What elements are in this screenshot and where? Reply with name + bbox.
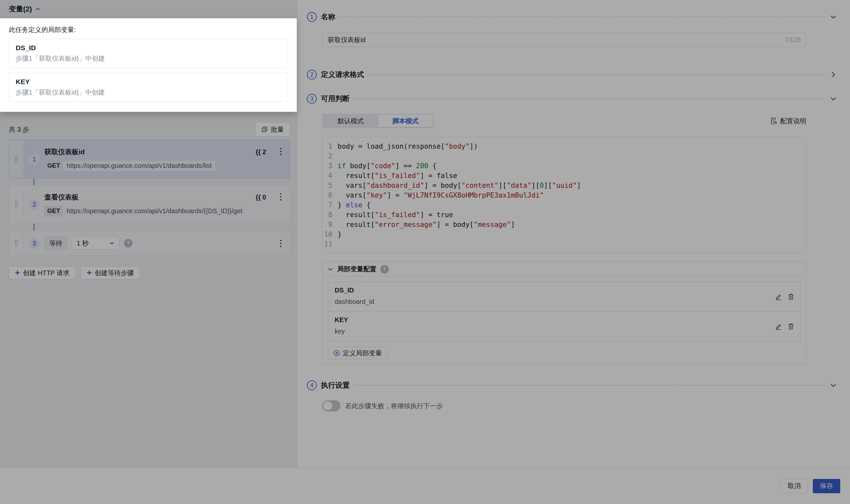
- variable-card-key[interactable]: KEY 步骤1「获取仪表板id}」中创建: [9, 73, 288, 102]
- variable-name: DS_ID: [16, 44, 281, 52]
- step-edit-screen: 变量(2) 此任务定义的局部变量: DS_ID 步骤1「获取仪表板id}」中创建…: [0, 0, 850, 504]
- variables-popup-label: 此任务定义的局部变量:: [9, 25, 288, 34]
- variable-card-dsid[interactable]: DS_ID 步骤1「获取仪表板id}」中创建: [9, 39, 288, 68]
- variable-name: KEY: [16, 78, 281, 86]
- variable-created-in: 步骤1「获取仪表板id}」中创建: [16, 54, 281, 63]
- variables-popup: 此任务定义的局部变量: DS_ID 步骤1「获取仪表板id}」中创建 KEY 步…: [0, 18, 297, 112]
- variable-created-in: 步骤1「获取仪表板id}」中创建: [16, 88, 281, 97]
